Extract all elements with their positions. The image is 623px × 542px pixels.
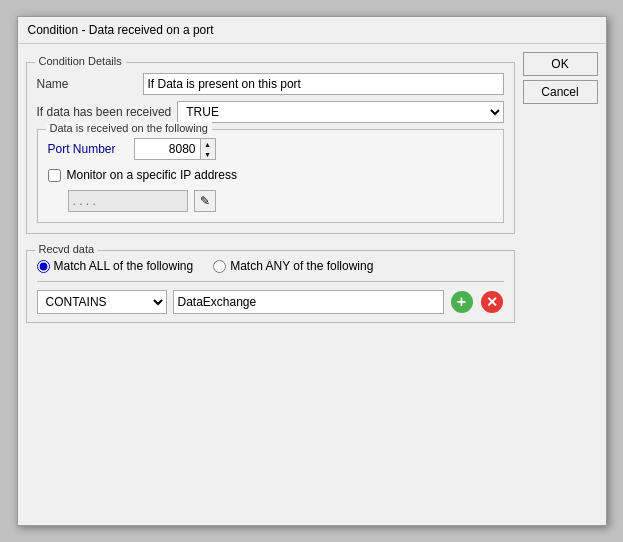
match-all-radio[interactable] [37, 260, 50, 273]
match-any-label: Match ANY of the following [230, 259, 373, 273]
dialog-container: Condition - Data received on a port Cond… [17, 16, 607, 526]
main-content: Condition Details Name If data has been … [26, 52, 515, 517]
monitor-ip-row: Monitor on a specific IP address [48, 168, 493, 182]
port-spinners: ▲ ▼ [200, 139, 215, 159]
recvd-data-legend: Recvd data [35, 243, 99, 255]
match-all-label: Match ALL of the following [54, 259, 194, 273]
if-data-select[interactable]: TRUE FALSE [177, 101, 503, 123]
remove-icon: ✕ [481, 291, 503, 313]
match-any-radio[interactable] [213, 260, 226, 273]
port-input[interactable] [135, 139, 200, 159]
operator-select[interactable]: CONTAINS EQUALS STARTS WITH ENDS WITH RE… [37, 290, 167, 314]
port-section: Data is received on the following Port N… [37, 129, 504, 223]
ip-address-input[interactable] [68, 190, 188, 212]
dialog-title: Condition - Data received on a port [28, 23, 214, 37]
filter-value-input[interactable] [173, 290, 444, 314]
dialog-title-bar: Condition - Data received on a port [18, 17, 606, 44]
port-input-container: ▲ ▼ [134, 138, 216, 160]
ip-input-row: ✎ [68, 190, 493, 212]
cancel-button[interactable]: Cancel [523, 80, 598, 104]
dialog-body: Condition Details Name If data has been … [18, 44, 606, 525]
ok-button[interactable]: OK [523, 52, 598, 76]
remove-filter-button[interactable]: ✕ [480, 290, 504, 314]
match-all-option[interactable]: Match ALL of the following [37, 259, 194, 273]
port-spin-up[interactable]: ▲ [201, 139, 215, 149]
port-label: Port Number [48, 142, 128, 156]
divider [37, 281, 504, 282]
filter-row: CONTAINS EQUALS STARTS WITH ENDS WITH RE… [37, 290, 504, 314]
monitor-ip-checkbox[interactable] [48, 169, 61, 182]
if-data-row: If data has been received TRUE FALSE [37, 101, 504, 123]
port-row: Port Number ▲ ▼ [48, 138, 493, 160]
recvd-data-group: Recvd data Match ALL of the following Ma… [26, 250, 515, 323]
add-filter-button[interactable]: + [450, 290, 474, 314]
condition-details-group: Condition Details Name If data has been … [26, 62, 515, 234]
add-icon: + [451, 291, 473, 313]
ip-edit-button[interactable]: ✎ [194, 190, 216, 212]
condition-details-legend: Condition Details [35, 55, 126, 67]
pencil-icon: ✎ [200, 194, 210, 208]
match-any-option[interactable]: Match ANY of the following [213, 259, 373, 273]
monitor-ip-label: Monitor on a specific IP address [67, 168, 238, 182]
radio-row: Match ALL of the following Match ANY of … [37, 259, 504, 273]
name-input[interactable] [143, 73, 504, 95]
if-data-label: If data has been received [37, 105, 172, 119]
side-buttons: OK Cancel [523, 52, 598, 517]
name-row: Name [37, 73, 504, 95]
port-section-legend: Data is received on the following [46, 122, 212, 134]
port-spin-down[interactable]: ▼ [201, 149, 215, 159]
name-label: Name [37, 77, 137, 91]
